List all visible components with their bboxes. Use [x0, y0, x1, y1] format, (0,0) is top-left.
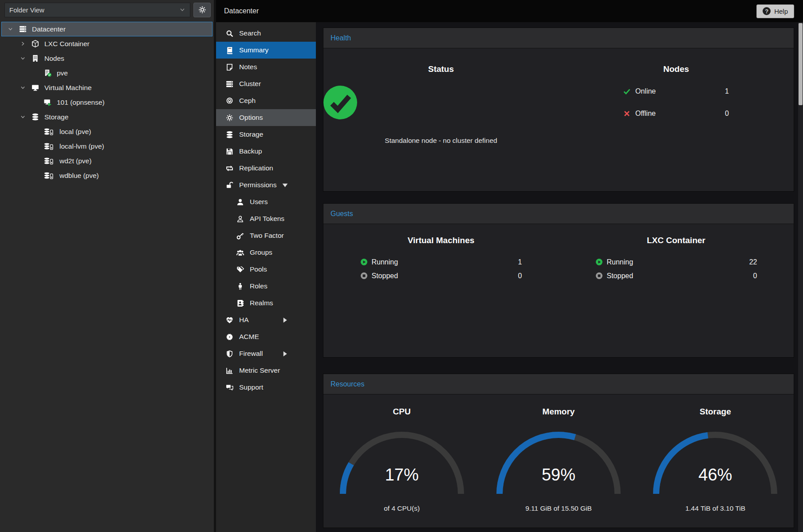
gauge-heading: CPU: [393, 407, 411, 417]
nav-item-label: Pools: [250, 265, 267, 273]
nav-item-notes[interactable]: Notes: [216, 59, 316, 75]
resource-tree: DatacenterLXC ContainerNodespveVirtual M…: [0, 20, 214, 183]
node-status-row-online: Online1: [623, 80, 729, 102]
nav-item-label: ACME: [239, 333, 259, 341]
guest-row-value: 0: [753, 272, 757, 280]
nav-item-label: Metric Server: [239, 366, 280, 374]
nav-item-ha[interactable]: HA: [216, 311, 316, 328]
tree-node-label: local-lvm (pve): [59, 142, 104, 150]
nav-item-permissions[interactable]: Permissions: [216, 177, 316, 193]
nav-item-groups[interactable]: Groups: [216, 244, 316, 261]
tree-settings-button[interactable]: [193, 3, 211, 17]
nav-item-backup[interactable]: Backup: [216, 143, 316, 160]
guest-row-value: 22: [749, 258, 757, 266]
tree-node-label: wdblue (pve): [59, 172, 99, 180]
server-icon: [17, 25, 28, 33]
expander-expanded-icon[interactable]: [20, 85, 30, 91]
guest-row-label: Running: [607, 258, 634, 266]
search-icon: [226, 30, 234, 37]
nav-item-replication[interactable]: Replication: [216, 160, 316, 177]
nav-item-support[interactable]: Support: [216, 379, 316, 396]
shield-icon: [226, 350, 234, 358]
resources-panel: Resources CPU17%of 4 CPU(s)Memory59%9.11…: [323, 374, 794, 528]
expander-expanded-icon[interactable]: [20, 55, 30, 61]
gauge-heading: Memory: [543, 407, 575, 417]
desktop-icon: [30, 84, 40, 91]
nav-item-api-tokens[interactable]: API Tokens: [216, 210, 316, 227]
nav-item-label: Summary: [239, 46, 268, 54]
scrollbar-thumb[interactable]: [799, 23, 803, 105]
help-button[interactable]: ? Help: [756, 4, 794, 18]
tree-node-wd2t-pve[interactable]: wd2t (pve): [1, 154, 213, 168]
expander-spacer: [32, 70, 42, 76]
nav-item-search[interactable]: Search: [216, 25, 316, 42]
tree-node-local-lvm-pve[interactable]: local-lvm (pve): [1, 139, 213, 154]
health-panel-header: Health: [323, 28, 794, 48]
nav-item-roles[interactable]: Roles: [216, 278, 316, 295]
building-icon: [30, 55, 40, 62]
nav-item-options[interactable]: Options: [216, 109, 316, 126]
heartbeat-icon: [226, 316, 234, 324]
nav-item-label: Groups: [250, 248, 272, 256]
tree-node-pve[interactable]: pve: [1, 66, 213, 80]
guest-row-label: Running: [372, 258, 398, 266]
guest-row-label: Stopped: [372, 272, 398, 280]
nav-item-label: Users: [250, 198, 268, 206]
tree-node-101-opnsense[interactable]: 101 (opnsense): [1, 95, 213, 110]
tree-node-label: local (pve): [59, 128, 91, 136]
nav-item-cluster[interactable]: Cluster: [216, 75, 316, 92]
nav-item-summary[interactable]: Summary: [216, 42, 316, 59]
address-book-icon: [236, 299, 244, 307]
nav-item-two-factor[interactable]: Two Factor: [216, 227, 316, 244]
expander-collapsed-icon[interactable]: [20, 41, 30, 47]
key-icon: [236, 232, 244, 240]
caret-right-icon: [281, 316, 289, 324]
nav-item-ceph[interactable]: Ceph: [216, 92, 316, 109]
health-panel: Health Status Standalone node - no clust…: [323, 28, 794, 192]
datacenter-nav: SearchSummaryNotesClusterCephOptionsStor…: [216, 22, 316, 532]
book-icon: [226, 47, 234, 54]
node-status-label: Offline: [635, 110, 656, 118]
nav-item-label: Ceph: [239, 97, 256, 105]
node-status-label: Online: [635, 87, 656, 95]
tree-toolbar: Folder View: [0, 0, 214, 20]
caret-right-icon: [281, 350, 289, 358]
expander-expanded-icon[interactable]: [20, 114, 30, 120]
nav-item-pools[interactable]: Pools: [216, 261, 316, 278]
male-icon: [236, 283, 244, 290]
caret-down-icon: [281, 181, 289, 189]
nav-item-metric-server[interactable]: Metric Server: [216, 362, 316, 379]
resource-gauge-cpu: CPU17%of 4 CPU(s): [323, 407, 480, 512]
database-drive-icon: [42, 142, 55, 150]
resources-panel-header: Resources: [323, 374, 794, 394]
tree-node-wdblue-pve[interactable]: wdblue (pve): [1, 168, 213, 183]
nav-item-acme[interactable]: ACME: [216, 328, 316, 345]
view-selector[interactable]: Folder View: [4, 3, 190, 17]
nav-item-firewall[interactable]: Firewall: [216, 345, 316, 362]
guest-table: Running22Stopped0: [595, 255, 757, 283]
tree-node-label: LXC Container: [44, 40, 90, 48]
guest-row-stopped: Stopped0: [360, 269, 522, 283]
tree-node-datacenter[interactable]: Datacenter: [1, 22, 213, 36]
database-drive-icon: [42, 172, 55, 179]
gauge-sublabel: of 4 CPU(s): [384, 504, 420, 512]
vertical-scrollbar[interactable]: [798, 22, 803, 532]
tree-node-lxc-container[interactable]: LXC Container: [1, 36, 213, 51]
gauge-heading: Storage: [700, 407, 731, 417]
nodes-table: Online1Offline0: [623, 80, 729, 125]
nav-item-label: Notes: [239, 63, 257, 71]
expander-spacer: [32, 99, 42, 105]
gauge-percent: 46%: [651, 465, 779, 485]
nav-item-users[interactable]: Users: [216, 193, 316, 210]
tree-node-virtual-machine[interactable]: Virtual Machine: [1, 80, 213, 95]
expander-expanded-icon[interactable]: [8, 26, 17, 32]
check-icon: [623, 88, 631, 95]
nav-item-realms[interactable]: Realms: [216, 295, 316, 311]
tree-node-local-pve[interactable]: local (pve): [1, 124, 213, 139]
nav-item-storage[interactable]: Storage: [216, 126, 316, 143]
tree-node-storage[interactable]: Storage: [1, 110, 213, 124]
unlock-icon: [226, 181, 234, 189]
stop-circle-icon: [595, 272, 603, 280]
guests-panel: Guests Virtual MachinesRunning1Stopped0L…: [323, 203, 794, 358]
tree-node-nodes[interactable]: Nodes: [1, 51, 213, 66]
